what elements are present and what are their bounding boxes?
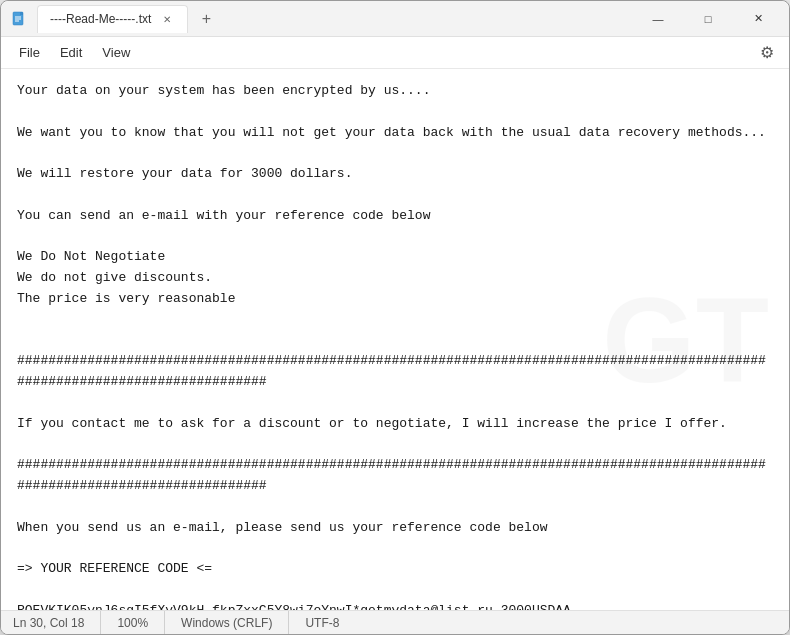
- svg-rect-1: [20, 12, 23, 15]
- file-content: Your data on your system has been encryp…: [17, 81, 773, 610]
- cursor-position: Ln 30, Col 18: [13, 611, 101, 634]
- title-bar: ----Read-Me-----.txt ✕ + — □ ✕: [1, 1, 789, 37]
- active-tab[interactable]: ----Read-Me-----.txt ✕: [37, 5, 188, 33]
- new-tab-button[interactable]: +: [192, 5, 220, 33]
- window-controls: — □ ✕: [635, 3, 781, 35]
- line-ending: Windows (CRLF): [165, 611, 289, 634]
- tab-label: ----Read-Me-----.txt: [50, 12, 151, 26]
- minimize-button[interactable]: —: [635, 3, 681, 35]
- maximize-button[interactable]: □: [685, 3, 731, 35]
- menu-bar: File Edit View ⚙: [1, 37, 789, 69]
- text-editor-area[interactable]: GT Your data on your system has been enc…: [1, 69, 789, 610]
- settings-icon[interactable]: ⚙: [753, 39, 781, 67]
- menu-view[interactable]: View: [92, 41, 140, 64]
- app-icon: [9, 9, 29, 29]
- status-bar: Ln 30, Col 18 100% Windows (CRLF) UTF-8: [1, 610, 789, 634]
- notepad-window: ----Read-Me-----.txt ✕ + — □ ✕ File Edit…: [0, 0, 790, 635]
- menu-file[interactable]: File: [9, 41, 50, 64]
- tab-close-button[interactable]: ✕: [159, 11, 175, 27]
- close-button[interactable]: ✕: [735, 3, 781, 35]
- zoom-level: 100%: [101, 611, 165, 634]
- tab-area: ----Read-Me-----.txt ✕ +: [37, 5, 635, 33]
- menu-edit[interactable]: Edit: [50, 41, 92, 64]
- encoding: UTF-8: [289, 611, 355, 634]
